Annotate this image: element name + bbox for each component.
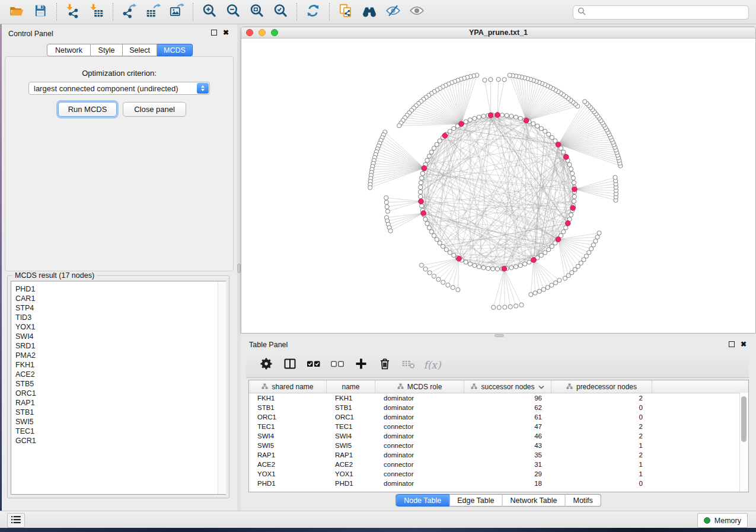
table-row[interactable]: FKH1FKH1dominator962: [249, 393, 748, 403]
open-button[interactable]: [5, 2, 28, 22]
cell-shared-name: PHD1: [249, 480, 327, 487]
task-history-button[interactable]: [7, 513, 25, 528]
refresh-button[interactable]: [301, 2, 325, 22]
search-field[interactable]: [573, 5, 749, 20]
zoom-fit-button[interactable]: [245, 2, 269, 22]
column-header-mcds-role[interactable]: MCDS role: [375, 380, 464, 393]
cell-mcds-role: dominator: [375, 414, 464, 421]
mcds-result-item[interactable]: GCR1: [15, 436, 225, 446]
mcds-tab-content: Optimization criterion: largest connecte…: [5, 56, 234, 271]
mcds-result-item[interactable]: SWI4: [15, 332, 225, 341]
refresh-icon: [305, 3, 321, 21]
column-header-name[interactable]: name: [327, 380, 375, 393]
import-network-icon: [65, 3, 81, 21]
table-scrollbar[interactable]: [739, 393, 748, 492]
mcds-result-item[interactable]: CAR1: [15, 294, 225, 303]
tab-network-table[interactable]: Network Table: [503, 494, 566, 507]
save-button[interactable]: [28, 2, 52, 22]
import-network-button[interactable]: [61, 2, 85, 22]
table-row[interactable]: SWI4SWI4dominator462: [249, 431, 748, 441]
zoom-selected-button[interactable]: [269, 2, 292, 22]
mcds-result-item[interactable]: ORC1: [15, 389, 225, 398]
show-all-button[interactable]: [405, 2, 429, 22]
table-row[interactable]: YOX1YOX1connector291: [249, 469, 748, 479]
mcds-result-item[interactable]: SRD1: [15, 341, 225, 351]
splitter-grip[interactable]: [495, 334, 504, 337]
float-window-icon[interactable]: [729, 341, 735, 347]
close-panel-icon[interactable]: ✖: [741, 342, 747, 347]
select-all-button[interactable]: [302, 355, 326, 375]
desktop-edge: [0, 528, 756, 532]
column-header-successor-nodes[interactable]: successor nodes: [464, 380, 551, 393]
table-row[interactable]: ACE2ACE2connector311: [249, 460, 748, 469]
memory-button[interactable]: Memory: [697, 513, 748, 528]
import-table-button[interactable]: [85, 2, 109, 22]
export-image-button[interactable]: [165, 2, 189, 22]
tab-style[interactable]: Style: [91, 44, 123, 56]
mcds-result-item[interactable]: STP4: [15, 303, 225, 313]
clone-network-button[interactable]: [334, 2, 358, 22]
run-mcds-button[interactable]: Run MCDS: [58, 102, 117, 117]
table-options-button[interactable]: [254, 355, 278, 375]
cell-predecessor-nodes: 0: [551, 404, 652, 411]
tab-motifs[interactable]: Motifs: [565, 494, 601, 507]
network-window-titlebar[interactable]: YPA_prune.txt_1: [241, 27, 755, 39]
tab-network[interactable]: Network: [47, 44, 91, 56]
export-table-button[interactable]: [141, 2, 165, 22]
cell-shared-name: YOX1: [249, 470, 327, 477]
add-column-button[interactable]: [349, 355, 373, 375]
mcds-result-item[interactable]: PHD1: [15, 284, 225, 294]
mcds-result-item[interactable]: STB5: [15, 379, 225, 389]
table-row[interactable]: SWI5SWI5connector431: [249, 441, 748, 450]
cell-name: FKH1: [327, 395, 375, 402]
zoom-in-button[interactable]: [197, 2, 221, 22]
tab-select[interactable]: Select: [123, 44, 157, 56]
mcds-result-item[interactable]: TID3: [15, 313, 225, 322]
table-row[interactable]: STB1STB1dominator620: [249, 403, 748, 412]
column-header-predecessor-nodes[interactable]: predecessor nodes: [551, 380, 652, 393]
cell-shared-name: RAP1: [249, 451, 327, 459]
mcds-result-item[interactable]: YOX1: [15, 322, 225, 332]
eye-slash-icon: [385, 3, 401, 21]
cell-successor-nodes: 96: [464, 395, 551, 402]
mcds-result-item[interactable]: PMA2: [15, 351, 225, 360]
tab-mcds[interactable]: MCDS: [157, 44, 193, 56]
binoculars-icon: [362, 3, 377, 21]
cell-mcds-role: dominator: [375, 451, 464, 459]
column-header-shared-name[interactable]: shared name: [249, 380, 327, 393]
mcds-result-item[interactable]: SWI5: [15, 417, 225, 427]
table-row[interactable]: TEC1TEC1connector472: [249, 422, 748, 431]
search-binoculars-button[interactable]: [358, 2, 381, 22]
hide-selected-button[interactable]: [381, 2, 405, 22]
mcds-result-item[interactable]: FKH1: [15, 360, 225, 370]
delete-column-button[interactable]: [373, 355, 397, 375]
cell-predecessor-nodes: 0: [551, 480, 652, 487]
criterion-dropdown[interactable]: largest connected component (undirected): [28, 82, 210, 95]
mcds-result-title: MCDS result (17 nodes): [12, 271, 97, 280]
result-scrollbar[interactable]: [218, 281, 226, 494]
horizontal-splitter[interactable]: [241, 334, 756, 338]
export-network-button[interactable]: [117, 2, 141, 22]
table-scrollbar-thumb[interactable]: [741, 396, 747, 442]
show-columns-button[interactable]: [278, 355, 302, 375]
tab-edge-table[interactable]: Edge Table: [449, 494, 502, 507]
column-header-filler: [652, 380, 748, 393]
zoom-out-button[interactable]: [221, 2, 245, 22]
mcds-result-item[interactable]: TEC1: [15, 427, 225, 436]
float-window-icon[interactable]: [211, 30, 217, 36]
close-panel-button[interactable]: Close panel: [123, 102, 186, 117]
cell-name: ORC1: [327, 414, 375, 421]
deselect-all-button[interactable]: [326, 355, 349, 375]
table-row[interactable]: PHD1PHD1dominator180: [249, 479, 748, 488]
cell-predecessor-nodes: 2: [551, 423, 652, 430]
mcds-result-item[interactable]: RAP1: [15, 398, 225, 408]
tab-node-table[interactable]: Node Table: [395, 494, 449, 507]
cell-shared-name: STB1: [249, 404, 327, 411]
close-panel-icon[interactable]: ✖: [223, 30, 229, 35]
mcds-result-item[interactable]: STB1: [15, 408, 225, 417]
table-row[interactable]: ORC1ORC1dominator610: [249, 412, 748, 422]
network-graph[interactable]: [241, 39, 755, 333]
table-row[interactable]: RAP1RAP1dominator352: [249, 450, 748, 460]
mcds-result-item[interactable]: ACE2: [15, 370, 225, 379]
search-input[interactable]: [589, 8, 748, 17]
